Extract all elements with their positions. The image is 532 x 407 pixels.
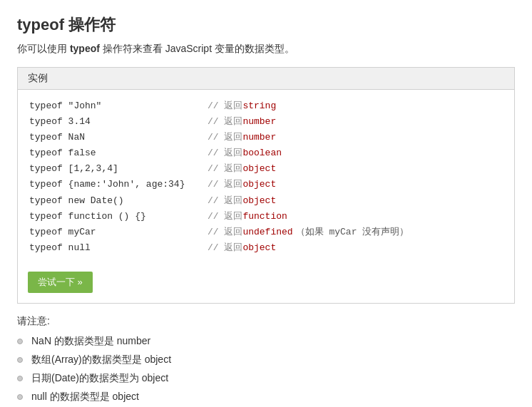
code-line: typeof myCar // 返回 undefined（如果 myCar 没有… bbox=[29, 225, 503, 240]
code-line: typeof new Date() // 返回 object bbox=[29, 193, 503, 209]
intro-keyword: typeof bbox=[70, 43, 100, 54]
code-comment-prefix: // 返回 bbox=[208, 177, 242, 192]
code-line: typeof false // 返回 boolean bbox=[29, 145, 503, 161]
code-area: typeof "John" // 返回 stringtypeof 3.14 //… bbox=[18, 90, 514, 264]
code-line: typeof 3.14 // 返回 number bbox=[29, 114, 503, 130]
code-return-value: string bbox=[242, 98, 276, 114]
note-text: NaN 的数据类型是 number bbox=[31, 335, 150, 348]
code-return-value: number bbox=[242, 130, 276, 145]
code-return-value: number bbox=[242, 114, 276, 130]
bullet-icon bbox=[17, 357, 23, 363]
code-return-value: function bbox=[242, 209, 287, 225]
code-return-value: object bbox=[242, 177, 276, 192]
code-comment-prefix: // 返回 bbox=[208, 161, 242, 177]
code-expression: typeof false bbox=[29, 145, 208, 161]
notes-title: 请注意: bbox=[17, 315, 515, 328]
code-return-value: boolean bbox=[242, 145, 282, 161]
code-expression: typeof function () {} bbox=[29, 209, 208, 225]
code-expression: typeof myCar bbox=[29, 225, 208, 240]
intro-text: 你可以使用 typeof 操作符来查看 JavaScript 变量的数据类型。 bbox=[17, 43, 515, 56]
code-expression: typeof [1,2,3,4] bbox=[29, 161, 208, 177]
code-comment-prefix: // 返回 bbox=[208, 130, 242, 145]
code-line: typeof {name:'John', age:34} // 返回 objec… bbox=[29, 177, 503, 192]
code-comment-prefix: // 返回 bbox=[208, 225, 242, 240]
list-item: 日期(Date)的数据类型为 object bbox=[17, 372, 515, 385]
list-item: NaN 的数据类型是 number bbox=[17, 335, 515, 348]
code-line: typeof function () {} // 返回 function bbox=[29, 209, 503, 225]
code-line: typeof NaN // 返回 number bbox=[29, 130, 503, 145]
code-comment-prefix: // 返回 bbox=[208, 145, 242, 161]
example-header: 实例 bbox=[18, 68, 514, 90]
note-text: null 的数据类型是 object bbox=[31, 391, 139, 403]
code-comment-prefix: // 返回 bbox=[208, 193, 242, 209]
code-expression: typeof NaN bbox=[29, 130, 208, 145]
page-title: typeof 操作符 bbox=[17, 14, 515, 36]
code-comment-prefix: // 返回 bbox=[208, 240, 242, 256]
code-return-value: object bbox=[242, 240, 276, 256]
code-line: typeof "John" // 返回 string bbox=[29, 98, 503, 114]
note-text: 数组(Array)的数据类型是 object bbox=[31, 354, 171, 366]
try-button[interactable]: 尝试一下 » bbox=[28, 272, 93, 293]
code-comment-prefix: // 返回 bbox=[208, 114, 242, 130]
list-item: 数组(Array)的数据类型是 object bbox=[17, 354, 515, 366]
bullet-icon bbox=[17, 376, 23, 381]
code-expression: typeof 3.14 bbox=[29, 114, 208, 130]
code-return-value: object bbox=[242, 161, 276, 177]
code-expression: typeof null bbox=[29, 240, 208, 256]
code-comment-prefix: // 返回 bbox=[208, 209, 242, 225]
code-comment-prefix: // 返回 bbox=[208, 98, 242, 114]
list-item: null 的数据类型是 object bbox=[17, 391, 515, 403]
code-expression: typeof {name:'John', age:34} bbox=[29, 177, 208, 192]
bullet-icon bbox=[17, 394, 23, 400]
code-note: （如果 myCar 没有声明） bbox=[296, 225, 409, 240]
code-return-value: undefined bbox=[242, 225, 292, 240]
code-line: typeof [1,2,3,4] // 返回 object bbox=[29, 161, 503, 177]
code-expression: typeof "John" bbox=[29, 98, 208, 114]
code-return-value: object bbox=[242, 193, 276, 209]
code-expression: typeof new Date() bbox=[29, 193, 208, 209]
note-text: 日期(Date)的数据类型为 object bbox=[31, 372, 168, 385]
notes-list: NaN 的数据类型是 number数组(Array)的数据类型是 object日… bbox=[17, 335, 515, 407]
bullet-icon bbox=[17, 339, 23, 344]
code-line: typeof null // 返回 object bbox=[29, 240, 503, 256]
example-box: 实例 typeof "John" // 返回 stringtypeof 3.14… bbox=[17, 67, 515, 304]
